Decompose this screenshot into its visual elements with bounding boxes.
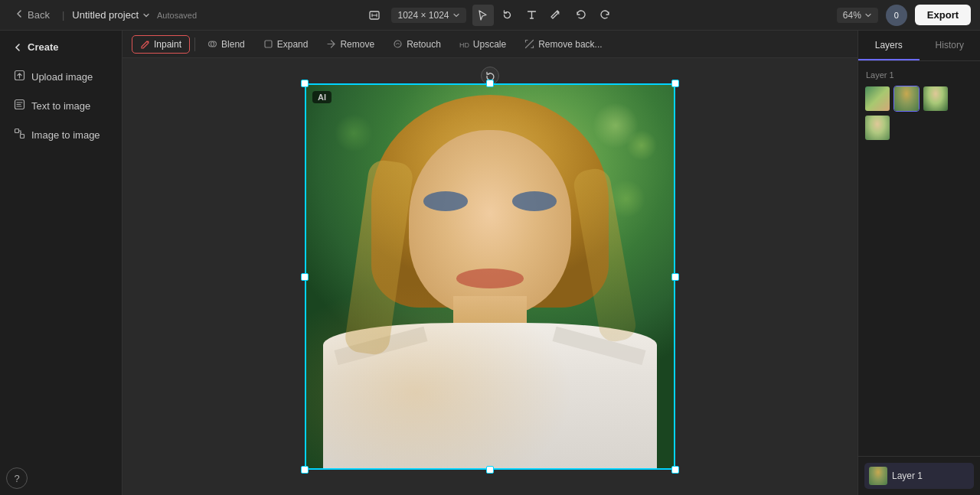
layers-section: Layer 1 (858, 61, 980, 147)
right-panel: Layers History Layer 1 (858, 31, 980, 495)
blend-button[interactable]: Blend (200, 36, 253, 53)
text-to-image-label: Text to image (31, 100, 90, 112)
left-sidebar: Create Upload image Text to image (0, 31, 122, 495)
sidebar-item-text-to-image[interactable]: Text to image (6, 93, 116, 119)
topbar: Back | Untitled project Autosaved 1024 ×… (0, 0, 980, 31)
handle-top-middle[interactable] (486, 80, 494, 87)
create-label: Create (28, 41, 58, 53)
image-to-image-label: Image to image (31, 129, 100, 141)
canvas-area: Inpaint Blend Expand Remove (122, 31, 858, 495)
inpaint-icon (140, 39, 150, 49)
layer-item-thumb (869, 467, 887, 485)
remove-icon (326, 39, 336, 49)
svg-text:HD: HD (459, 41, 469, 49)
chevron-down-zoom-icon (864, 11, 872, 19)
redo-button[interactable] (595, 5, 616, 26)
svg-rect-8 (265, 41, 272, 47)
undo-button[interactable] (570, 5, 592, 26)
retouch-button[interactable]: Retouch (385, 36, 449, 53)
svg-point-9 (394, 41, 401, 47)
export-button[interactable]: Export (915, 5, 971, 25)
handle-bottom-left[interactable] (301, 466, 309, 474)
layer-list-section: Layer 1 (858, 456, 980, 495)
blend-icon (207, 39, 217, 49)
chevron-down-icon (142, 11, 151, 20)
thumbnail-3[interactable] (923, 86, 949, 112)
handle-middle-right[interactable] (671, 273, 679, 281)
upload-icon (14, 70, 25, 83)
tab-layers[interactable]: Layers (858, 31, 920, 60)
remove-button[interactable]: Remove (318, 36, 382, 53)
svg-rect-4 (21, 135, 24, 138)
thumbnail-4[interactable] (864, 115, 890, 141)
image-to-image-icon (14, 128, 25, 142)
back-arrow-left-icon (12, 42, 23, 53)
aspect-ratio-icon[interactable] (364, 5, 385, 26)
handle-bottom-right[interactable] (671, 466, 679, 474)
layer-item-name: Layer 1 (892, 471, 923, 481)
canvas-image: AI (305, 83, 675, 470)
sidebar-item-image-to-image[interactable]: Image to image (6, 122, 116, 148)
retouch-icon (393, 39, 403, 49)
notification-button[interactable]: 0 (886, 5, 907, 26)
layer-item-1[interactable]: Layer 1 (864, 463, 974, 489)
tab-history[interactable]: History (920, 31, 981, 60)
pen-tool-button[interactable] (546, 5, 567, 26)
thumbnail-1-image (865, 86, 890, 111)
thumbnail-1[interactable] (864, 86, 890, 112)
layer1-label: Layer 1 (864, 67, 974, 83)
topbar-right: 64% 0 Export (622, 5, 971, 26)
svg-point-5 (148, 41, 149, 43)
chevron-down-small-icon (452, 11, 460, 19)
svg-rect-3 (15, 129, 19, 133)
upscale-button[interactable]: HD Upscale (452, 36, 514, 53)
layer-thumbnails (864, 86, 974, 141)
upscale-icon: HD (459, 39, 469, 49)
back-label: Back (28, 9, 50, 21)
canvas-size-control[interactable]: 1024 × 1024 (391, 8, 466, 23)
topbar-center: 1024 × 1024 (364, 5, 616, 26)
back-button[interactable]: Back (9, 5, 54, 24)
handle-bottom-middle[interactable] (486, 466, 494, 474)
remove-background-button[interactable]: Remove back... (517, 36, 609, 53)
project-name[interactable]: Untitled project (72, 9, 151, 21)
main-layout: Create Upload image Text to image (0, 31, 980, 495)
help-button[interactable]: ? (6, 467, 28, 489)
zoom-control[interactable]: 64% (837, 8, 878, 23)
thumbnail-2-image (894, 86, 919, 111)
back-arrow-icon (14, 8, 24, 21)
create-button[interactable]: Create (6, 37, 116, 57)
handle-middle-left[interactable] (301, 273, 309, 281)
upload-image-label: Upload image (31, 71, 93, 83)
expand-button[interactable]: Expand (256, 36, 316, 53)
toolbar-strip: Inpaint Blend Expand Remove (122, 31, 858, 58)
sidebar-item-upload[interactable]: Upload image (6, 64, 116, 90)
select-tool-button[interactable] (472, 5, 494, 26)
sidebar-bottom: ? (6, 467, 116, 489)
toolbar-icons (472, 5, 616, 26)
rotate-left-button[interactable] (497, 5, 518, 26)
thumbnail-2[interactable] (893, 86, 920, 112)
handle-top-left[interactable] (301, 80, 309, 87)
remove-background-icon (524, 39, 534, 49)
right-panel-tabs: Layers History (858, 31, 980, 61)
topbar-left: Back | Untitled project Autosaved (9, 5, 358, 24)
autosaved-label: Autosaved (157, 11, 197, 20)
handle-top-right[interactable] (671, 80, 679, 87)
expand-icon (263, 39, 273, 49)
text-to-image-icon (14, 99, 25, 112)
thumbnail-3-image (923, 86, 948, 111)
thumbnail-4-image (865, 116, 890, 140)
divider-1 (194, 37, 195, 51)
inpaint-button[interactable]: Inpaint (132, 35, 190, 54)
canvas-image-container[interactable]: AI (305, 83, 675, 470)
canvas-content: AI (122, 58, 858, 495)
ai-badge: AI (312, 91, 332, 103)
text-tool-button[interactable] (521, 5, 543, 26)
